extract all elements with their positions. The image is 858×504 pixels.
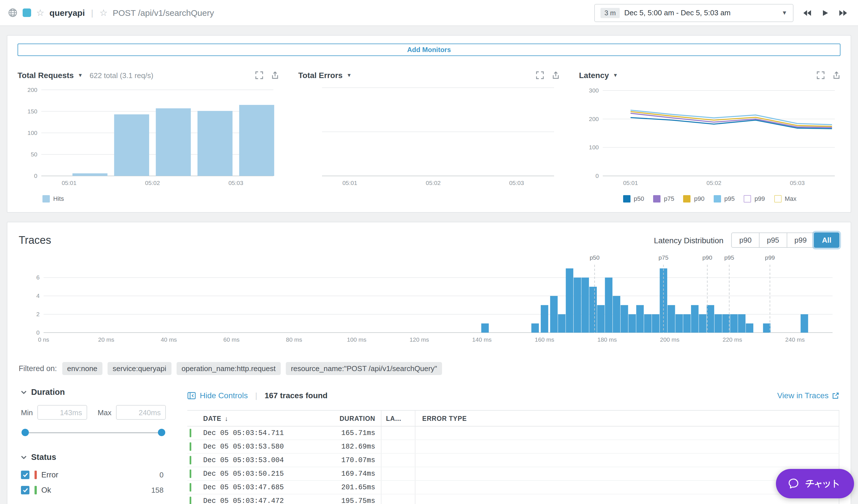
legend-swatch (653, 195, 661, 202)
filter-chip[interactable]: resource_name:"POST /api/v1/searchQuery" (286, 362, 442, 375)
svg-text:0: 0 (34, 173, 37, 179)
chat-button[interactable] (776, 469, 854, 498)
legend-item[interactable]: p99 (744, 195, 765, 202)
service-name[interactable]: queryapi (49, 8, 85, 18)
filter-chip[interactable]: service:queryapi (108, 362, 171, 375)
trace-row[interactable]: Dec 05 05:03:54.711165.71ms (187, 426, 839, 440)
export-icon[interactable] (552, 71, 560, 79)
traces-found-count: 167 traces found (265, 391, 328, 400)
time-backward-icon[interactable] (803, 9, 812, 16)
trace-table-header: DATE ↓ DURATION LA... ERROR TYPE (187, 410, 839, 426)
trace-status-strip (190, 470, 191, 478)
time-play-icon[interactable] (822, 9, 829, 16)
filters-row: Filtered on: env:noneservice:queryapiope… (19, 362, 839, 375)
export-icon[interactable] (832, 71, 840, 79)
svg-text:05:01: 05:01 (62, 180, 77, 186)
trace-status-strip (190, 442, 191, 451)
legend-item[interactable]: p50 (623, 195, 644, 202)
svg-text:200: 200 (28, 86, 37, 93)
breadcrumb-divider: | (91, 8, 93, 18)
svg-text:0 ns: 0 ns (38, 336, 49, 343)
legend-item[interactable]: p95 (714, 195, 735, 202)
trace-error-cell (415, 494, 839, 504)
column-header-latency[interactable]: LA... (381, 411, 415, 426)
expand-icon[interactable] (817, 71, 825, 79)
favorite-resource-star-icon[interactable]: ☆ (100, 8, 108, 17)
svg-text:20 ms: 20 ms (98, 336, 114, 343)
latency-dist-button-p99[interactable]: p99 (786, 232, 814, 248)
svg-text:05:03: 05:03 (509, 180, 524, 186)
duration-section-toggle[interactable]: Duration (21, 388, 166, 396)
trace-error-cell (415, 440, 839, 453)
trace-date: Dec 05 05:03:47.685 (193, 483, 314, 491)
status-section-toggle[interactable]: Status (21, 453, 166, 461)
latency-dist-button-p90[interactable]: p90 (731, 232, 760, 248)
total-errors-panel: Total Errors▼ 05:0105:0205:03 (298, 67, 560, 204)
hide-controls-icon (187, 392, 196, 399)
legend-swatch (623, 195, 630, 202)
svg-text:4: 4 (36, 292, 39, 299)
latency-title-dropdown[interactable]: Latency▼ (579, 71, 618, 80)
svg-text:50: 50 (31, 151, 37, 158)
filter-chip[interactable]: env:none (62, 362, 102, 375)
slider-min-handle[interactable] (21, 429, 29, 436)
svg-text:40 ms: 40 ms (161, 336, 177, 343)
svg-text:100: 100 (589, 144, 599, 150)
svg-text:05:03: 05:03 (790, 180, 805, 186)
time-range-duration-badge: 3 m (601, 7, 620, 18)
add-monitors-button[interactable]: Add Monitors (18, 44, 840, 56)
svg-text:p90: p90 (702, 254, 712, 261)
trace-row[interactable]: Dec 05 05:03:47.472195.75ms (187, 494, 839, 504)
traces-card: Traces Latency Distribution p90p95p99All… (7, 222, 851, 504)
trace-row[interactable]: Dec 05 05:03:53.580182.69ms (187, 440, 839, 454)
trace-latency-cell (381, 440, 415, 453)
trace-duration: 169.74ms (314, 470, 381, 478)
total-errors-title-dropdown[interactable]: Total Errors▼ (298, 71, 351, 80)
hide-controls-button[interactable]: Hide Controls (187, 391, 248, 400)
slider-max-handle[interactable] (158, 429, 165, 436)
expand-icon[interactable] (255, 71, 263, 79)
latency-dist-button-p95[interactable]: p95 (759, 232, 787, 248)
trace-latency-cell (381, 481, 415, 494)
view-in-traces-link[interactable]: View in Traces (777, 391, 839, 400)
latency-dist-button-all[interactable]: All (814, 232, 839, 248)
trace-duration: 195.75ms (314, 497, 381, 504)
trace-row[interactable]: Dec 05 05:03:53.004170.07ms (187, 454, 839, 467)
status-label: Ok (41, 486, 51, 494)
legend-item[interactable]: p75 (653, 195, 674, 202)
svg-text:80 ms: 80 ms (286, 336, 302, 343)
time-forward-icon[interactable] (839, 9, 848, 16)
trace-table-body: Dec 05 05:03:54.711165.71msDec 05 05:03:… (187, 426, 839, 504)
favorite-service-star-icon[interactable]: ☆ (36, 8, 44, 17)
checkbox-checked-icon[interactable] (21, 471, 29, 479)
trace-error-cell (415, 481, 839, 494)
legend-item[interactable]: p90 (683, 195, 705, 202)
filter-chip[interactable]: operation_name:http.request (176, 362, 281, 375)
column-header-error-type[interactable]: ERROR TYPE (415, 411, 839, 426)
trace-table: DATE ↓ DURATION LA... ERROR TYPE Dec 05 … (187, 410, 839, 504)
svg-text:05:01: 05:01 (343, 180, 358, 186)
trace-error-cell (415, 467, 839, 480)
status-count: 158 (152, 486, 166, 494)
column-header-duration[interactable]: DURATION (314, 415, 381, 422)
column-header-date[interactable]: DATE ↓ (193, 415, 314, 422)
trace-status-strip (190, 483, 191, 491)
duration-min-input[interactable] (37, 405, 87, 420)
export-icon[interactable] (271, 71, 279, 79)
trace-row[interactable]: Dec 05 05:03:50.215169.74ms (187, 467, 839, 481)
slider-track[interactable] (22, 432, 164, 433)
status-color-bar (34, 471, 37, 479)
trace-row[interactable]: Dec 05 05:03:47.685201.65ms (187, 481, 839, 494)
expand-icon[interactable] (536, 71, 544, 79)
total-errors-chart: 05:0105:0205:03 (298, 83, 560, 191)
svg-text:180 ms: 180 ms (598, 336, 617, 343)
svg-text:60 ms: 60 ms (223, 336, 239, 343)
time-range-picker[interactable]: 3 m Dec 5, 5:00 am - Dec 5, 5:03 am ▼ (594, 4, 794, 22)
total-requests-title-dropdown[interactable]: Total Requests▼ (18, 71, 83, 80)
svg-text:p50: p50 (590, 254, 600, 261)
legend-item[interactable]: Hits (43, 195, 64, 202)
legend-item[interactable]: Max (774, 195, 797, 202)
duration-max-input[interactable] (116, 405, 166, 420)
globe-icon (8, 8, 18, 18)
checkbox-checked-icon[interactable] (21, 486, 29, 494)
